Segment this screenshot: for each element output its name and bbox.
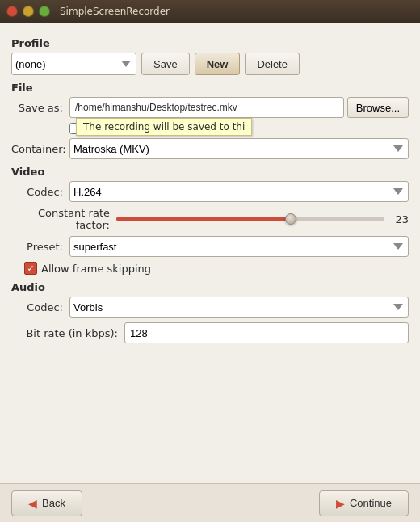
video-section-label: Video [11,166,409,178]
minimize-button[interactable] [23,6,34,17]
profile-row: (none) Save New Delete [11,53,409,75]
save-as-label: Save as: [11,102,69,114]
audio-codec-label: Codec: [11,301,69,314]
save-button[interactable]: Save [141,53,190,75]
video-codec-label: Codec: [11,186,69,198]
crf-row: Constant rate factor: 23 [11,207,409,231]
back-arrow-icon: ◀ [28,497,37,510]
crf-value: 23 [384,213,409,225]
profile-section-label: Profile [11,37,409,49]
profile-select[interactable]: (none) [11,53,136,75]
preset-label: Preset: [11,241,69,253]
save-as-row: Save as: Browse... The recording will be… [11,97,409,118]
video-codec-row: Codec: H.264 [11,181,409,202]
container-label: Container: [11,143,69,155]
audio-codec-select[interactable]: Vorbis [69,297,409,318]
back-label: Back [42,497,65,509]
continue-arrow-icon: ▶ [336,497,345,510]
back-button[interactable]: ◀ Back [11,490,82,516]
tooltip: The recording will be saved to thi [76,118,252,136]
file-section-label: File [11,82,409,94]
crf-label: Constant rate factor: [11,207,116,231]
bitrate-label: Bit rate (in kbps): [11,327,124,339]
frame-skip-row: Allow frame skipping [24,262,409,275]
delete-button[interactable]: Delete [245,53,300,75]
bitrate-input[interactable] [124,322,409,343]
crf-slider[interactable] [116,217,384,221]
video-codec-select[interactable]: H.264 [69,181,409,202]
main-content: Profile (none) Save New Delete File Save… [0,23,420,343]
window-title: SimpleScreenRecorder [60,6,170,17]
bitrate-row: Bit rate (in kbps): [11,322,409,343]
container-row: Container: Matroska (MKV) [11,138,409,159]
new-button[interactable]: New [195,53,241,75]
container-select[interactable]: Matroska (MKV) [69,138,409,159]
audio-section-label: Audio [11,281,409,293]
save-as-input[interactable] [69,97,344,118]
bottom-bar: ◀ Back ▶ Continue [0,483,420,522]
browse-button[interactable]: Browse... [347,97,409,118]
continue-label: Continue [350,497,392,509]
audio-codec-row: Codec: Vorbis [11,297,409,318]
preset-row: Preset: superfast [11,236,409,257]
maximize-button[interactable] [39,6,50,17]
close-button[interactable] [6,6,18,17]
titlebar: SimpleScreenRecorder [0,0,420,23]
frame-skip-label: Allow frame skipping [41,263,151,275]
continue-button[interactable]: ▶ Continue [319,490,409,516]
crf-thumb[interactable] [285,213,296,225]
preset-select[interactable]: superfast [69,236,409,257]
frame-skip-checkbox[interactable] [24,262,37,275]
